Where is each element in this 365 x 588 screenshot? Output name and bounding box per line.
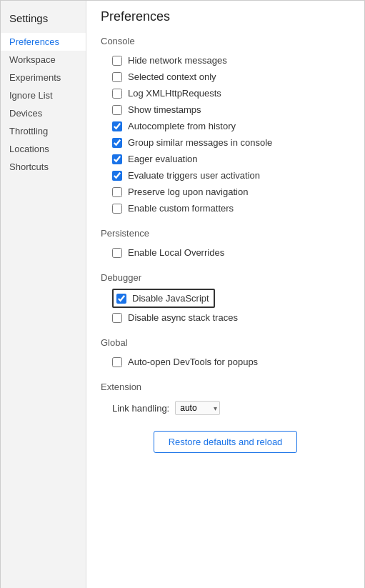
restore-defaults-button[interactable]: Restore defaults and reload xyxy=(154,431,298,453)
checkbox-disable-js[interactable] xyxy=(116,294,126,304)
section-global-label: Global xyxy=(101,337,350,348)
label-custom-formatters[interactable]: Enable custom formatters xyxy=(128,203,234,214)
checkbox-preserve-log[interactable] xyxy=(112,187,122,197)
label-disable-async[interactable]: Disable async stack traces xyxy=(128,312,238,323)
sidebar-item-workspace[interactable]: Workspace xyxy=(1,51,86,69)
checkbox-show-timestamps[interactable] xyxy=(112,105,122,115)
label-local-overrides[interactable]: Enable Local Overrides xyxy=(128,247,224,258)
label-log-xmlhttp[interactable]: Log XMLHttpRequests xyxy=(128,88,221,99)
label-hide-network[interactable]: Hide network messages xyxy=(128,55,227,66)
label-eager-eval[interactable]: Eager evaluation xyxy=(128,154,198,164)
checkbox-custom-formatters[interactable] xyxy=(112,204,122,214)
sidebar-item-ignore-list[interactable]: Ignore List xyxy=(1,86,86,104)
label-preserve-log[interactable]: Preserve log upon navigation xyxy=(128,186,248,197)
sidebar-title: Settings xyxy=(1,6,86,33)
page-title: Preferences xyxy=(101,9,350,24)
option-autocomplete-history: Autocomplete from history xyxy=(101,118,350,134)
option-auto-open-devtools: Auto-open DevTools for popups xyxy=(101,354,350,370)
option-eval-triggers: Evaluate triggers user activation xyxy=(101,167,350,184)
label-show-timestamps[interactable]: Show timestamps xyxy=(128,104,201,115)
label-eval-triggers[interactable]: Evaluate triggers user activation xyxy=(128,170,260,181)
sidebar-item-throttling[interactable]: Throttling xyxy=(1,122,86,140)
label-disable-js[interactable]: Disable JavaScript xyxy=(132,293,209,304)
label-autocomplete-history[interactable]: Autocomplete from history xyxy=(128,121,236,131)
option-selected-context: Selected context only xyxy=(101,69,350,85)
sidebar: Settings Preferences Workspace Experimen… xyxy=(1,1,86,588)
option-eager-eval: Eager evaluation xyxy=(101,151,350,167)
link-handling-select-wrap: auto always never xyxy=(175,401,220,415)
option-preserve-log: Preserve log upon navigation xyxy=(101,184,350,200)
link-handling-label: Link handling: xyxy=(112,403,169,414)
checkbox-hide-network[interactable] xyxy=(112,56,122,66)
link-handling-select[interactable]: auto always never xyxy=(175,401,220,415)
checkbox-group-similar[interactable] xyxy=(112,138,122,148)
sidebar-item-locations[interactable]: Locations xyxy=(1,140,86,158)
option-disable-async: Disable async stack traces xyxy=(101,309,350,326)
app-container: Settings Preferences Workspace Experimen… xyxy=(1,1,364,588)
checkbox-log-xmlhttp[interactable] xyxy=(112,89,122,99)
label-auto-open-devtools[interactable]: Auto-open DevTools for popups xyxy=(128,357,258,367)
section-persistence-label: Persistence xyxy=(101,228,350,239)
sidebar-item-devices[interactable]: Devices xyxy=(1,104,86,122)
sidebar-item-experiments[interactable]: Experiments xyxy=(1,69,86,86)
section-debugger-label: Debugger xyxy=(101,272,350,283)
option-group-similar: Group similar messages in console xyxy=(101,134,350,151)
label-selected-context[interactable]: Selected context only xyxy=(128,71,216,82)
section-console-label: Console xyxy=(101,36,350,46)
checkbox-auto-open-devtools[interactable] xyxy=(112,357,122,367)
option-disable-js-highlighted: Disable JavaScript xyxy=(112,289,215,308)
option-show-timestamps: Show timestamps xyxy=(101,101,350,118)
option-hide-network: Hide network messages xyxy=(101,52,350,69)
sidebar-item-preferences[interactable]: Preferences xyxy=(1,33,86,51)
checkbox-local-overrides[interactable] xyxy=(112,248,122,258)
section-extension-label: Extension xyxy=(101,382,350,392)
checkbox-eager-eval[interactable] xyxy=(112,154,122,164)
checkbox-disable-async[interactable] xyxy=(112,313,122,323)
sidebar-item-shortcuts[interactable]: Shortcuts xyxy=(1,158,86,176)
option-custom-formatters: Enable custom formatters xyxy=(101,200,350,216)
main-content: Preferences Console Hide network message… xyxy=(86,1,364,588)
checkbox-selected-context[interactable] xyxy=(112,72,122,82)
option-local-overrides: Enable Local Overrides xyxy=(101,244,350,261)
checkbox-eval-triggers[interactable] xyxy=(112,171,122,181)
option-log-xmlhttp: Log XMLHttpRequests xyxy=(101,85,350,101)
checkbox-autocomplete-history[interactable] xyxy=(112,121,122,131)
link-handling-row: Link handling: auto always never xyxy=(101,398,350,418)
label-group-similar[interactable]: Group similar messages in console xyxy=(128,137,272,148)
